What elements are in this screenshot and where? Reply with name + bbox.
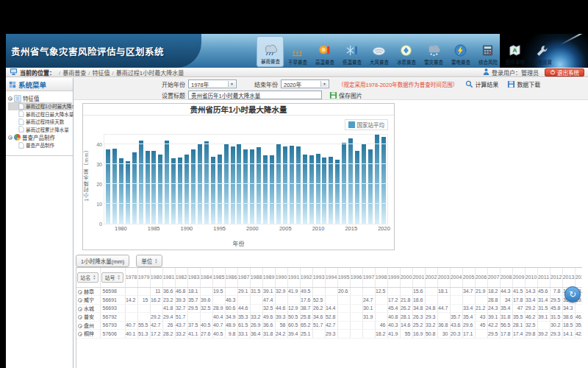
- chart-legend[interactable]: 国家站平均: [345, 119, 389, 130]
- column-header-1995[interactable]: 1995: [337, 268, 350, 287]
- column-header-1986[interactable]: 1986: [225, 268, 237, 287]
- calculate-button[interactable]: 计算结果: [465, 80, 498, 88]
- sidebar-item[interactable]: 暴雨过程日最大降水量: [8, 110, 72, 118]
- measure-chip[interactable]: 1小时降水量(mm): [76, 255, 129, 267]
- column-header-1983[interactable]: 1983: [187, 268, 200, 287]
- nav-item-settings[interactable]: 系统设置: [528, 36, 556, 67]
- column-header-2007[interactable]: 2007: [487, 268, 500, 287]
- column-header-1996[interactable]: 1996: [350, 268, 362, 287]
- column-header-1981[interactable]: 1981: [162, 268, 175, 287]
- column-header-2014[interactable]: 2014: [575, 268, 582, 287]
- save-image-button[interactable]: 保存图片: [329, 91, 362, 99]
- collapse-toggle-icon[interactable]: [8, 135, 12, 140]
- plot-area: 0102030401980198519901995200020052010201…: [104, 134, 388, 224]
- refresh-float-button[interactable]: ↻: [564, 286, 581, 302]
- tree-group-label: 普查产品制作: [22, 133, 55, 141]
- expand-row-icon[interactable]: [78, 298, 82, 302]
- sort-arrows-icon: ▲▼: [93, 275, 96, 280]
- x-tick-label: 1990: [181, 225, 193, 232]
- start-year-select[interactable]: 1978年▼: [188, 79, 237, 88]
- chart-title-input[interactable]: [188, 91, 322, 99]
- unit-chip[interactable]: 单位 ▲▼: [136, 255, 162, 267]
- data-grid[interactable]: 站名 ▲▼ 站号 ▲▼ 1978197919801981198219831984…: [76, 267, 582, 368]
- column-header-1991[interactable]: 1991: [287, 268, 300, 287]
- value-cell-2001: 18.6: [412, 296, 425, 305]
- value-cell-1986: 60.6: [225, 304, 237, 313]
- nav-item-lightning[interactable]: 雷电普查: [447, 36, 474, 67]
- value-cell-1992: 38.7: [300, 304, 312, 313]
- column-header-1987[interactable]: 1987: [237, 268, 250, 287]
- column-header-2001[interactable]: 2001: [412, 268, 425, 287]
- column-header-2006[interactable]: 2006: [475, 268, 487, 287]
- column-header-1988[interactable]: 1988: [250, 268, 262, 287]
- tree-group-0[interactable]: 特征值: [8, 94, 72, 102]
- column-header-1997[interactable]: 1997: [362, 268, 375, 287]
- value-cell-1992: 25.8: [300, 313, 312, 322]
- nav-item-drought[interactable]: 干旱普查: [284, 36, 311, 67]
- expand-row-icon[interactable]: [78, 307, 82, 311]
- nav-item-coldwave[interactable]: 低温普查: [338, 36, 365, 67]
- value-cell-2014: 42.1: [575, 330, 582, 339]
- nav-item-heat[interactable]: 高温普查: [311, 36, 338, 67]
- nav-item-snow[interactable]: 雪灾普查: [420, 36, 447, 67]
- breadcrumb-item[interactable]: 暴雨过程1小时最大降水量: [116, 70, 184, 77]
- value-cell-2006: 45: [475, 321, 487, 330]
- column-header-1980[interactable]: 1980: [150, 268, 162, 287]
- expand-row-icon[interactable]: [78, 290, 82, 294]
- sidebar-item[interactable]: 暴雨过程持续天数: [8, 118, 72, 126]
- sidebar-item[interactable]: 普查产品制作: [8, 141, 72, 149]
- nav-item-label: 综合风险: [478, 58, 498, 65]
- column-header-2012[interactable]: 2012: [550, 268, 562, 287]
- nav-item-hail[interactable]: 冰雹普查: [392, 36, 420, 67]
- value-cell-1996: [350, 287, 362, 296]
- tree-group-1[interactable]: 普查产品制作: [8, 133, 72, 141]
- column-header-1992[interactable]: 1992: [300, 268, 312, 287]
- nav-item-wind[interactable]: 大风普查: [365, 36, 392, 67]
- sidebar-item[interactable]: 暴雨过程1小时最大降水量: [8, 102, 72, 110]
- expand-row-icon[interactable]: [78, 324, 82, 328]
- column-header-2009[interactable]: 2009: [512, 268, 525, 287]
- column-header-1978[interactable]: 1978: [125, 268, 137, 287]
- column-header-2010[interactable]: 2010: [525, 268, 537, 287]
- column-header-station-name[interactable]: 站名 ▲▼: [76, 268, 100, 287]
- column-header-station-id[interactable]: 站号 ▲▼: [100, 268, 125, 287]
- column-header-2005[interactable]: 2005: [462, 268, 475, 287]
- value-cell-1997: [362, 321, 375, 330]
- composite-risk-icon: [480, 43, 495, 57]
- sidebar-item[interactable]: 暴雨过程累计降水量: [8, 126, 72, 134]
- column-header-2008[interactable]: 2008: [500, 268, 512, 287]
- column-header-1994[interactable]: 1994: [325, 268, 337, 287]
- collapse-toggle-icon[interactable]: [8, 96, 12, 101]
- column-header-1990[interactable]: 1990: [275, 268, 287, 287]
- column-header-1993[interactable]: 1993: [312, 268, 325, 287]
- table-row: 桐梓5760640.151.317.228.233.241.127.640.59…: [76, 330, 582, 339]
- column-header-2003[interactable]: 2003: [437, 268, 450, 287]
- column-header-1984[interactable]: 1984: [200, 268, 212, 287]
- column-header-1999[interactable]: 1999: [387, 268, 400, 287]
- nav-item-rainstorm[interactable]: 暴雨普查: [257, 36, 284, 67]
- column-header-2000[interactable]: 2000: [400, 268, 412, 287]
- expand-row-icon[interactable]: [78, 315, 82, 319]
- nav-item-composite-risk[interactable]: 综合风险: [474, 36, 501, 67]
- nav-item-map-review[interactable]: 图件审核: [501, 36, 528, 67]
- end-year-select[interactable]: 2020年▼: [281, 79, 329, 88]
- column-header-1985[interactable]: 1985: [212, 268, 225, 287]
- column-header-2004[interactable]: 2004: [450, 268, 462, 287]
- column-header-2002[interactable]: 2002: [425, 268, 437, 287]
- column-header-1989[interactable]: 1989: [262, 268, 275, 287]
- breadcrumb-item[interactable]: 特征值: [92, 70, 110, 77]
- expand-row-icon[interactable]: [78, 332, 82, 336]
- value-cell-1999: 41.9: [387, 330, 400, 339]
- column-header-2011[interactable]: 2011: [537, 268, 550, 287]
- column-header-1982[interactable]: 1982: [175, 268, 187, 287]
- column-header-1979[interactable]: 1979: [137, 268, 150, 287]
- column-header-1998[interactable]: 1998: [375, 268, 387, 287]
- column-header-2013[interactable]: 2013: [562, 268, 575, 287]
- value-cell-1994: 29.3: [325, 330, 337, 339]
- download-button[interactable]: 数据下载: [507, 80, 540, 88]
- breadcrumb-item[interactable]: 暴雨普查: [62, 70, 86, 77]
- logout-button[interactable]: 退出系统: [545, 68, 584, 77]
- value-cell-1990: 39.3: [275, 313, 287, 322]
- bar-2001: [257, 147, 261, 224]
- value-cell-1979: [137, 313, 150, 322]
